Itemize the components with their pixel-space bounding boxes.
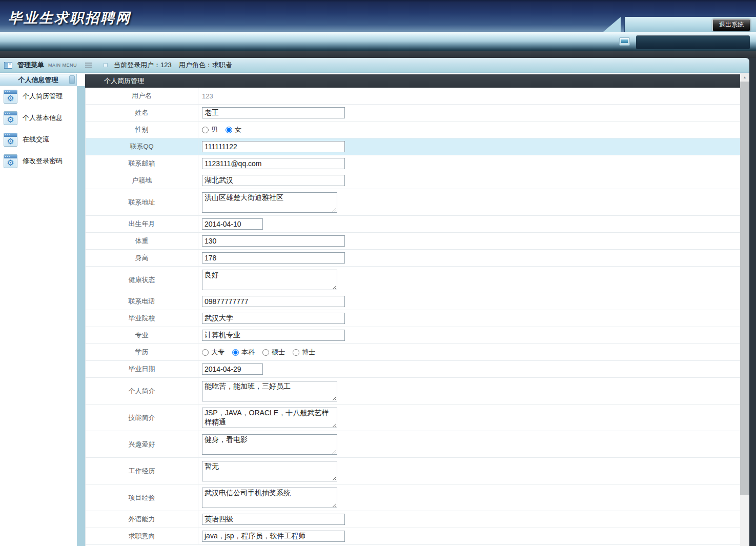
degree-option-1[interactable]: 大专 bbox=[202, 348, 224, 357]
form-row-height: 身高 bbox=[86, 250, 740, 267]
field-label: 毕业日期 bbox=[86, 361, 198, 377]
field-label: 专业 bbox=[86, 327, 198, 343]
monitor-icon bbox=[619, 37, 630, 46]
gender-radio-1[interactable] bbox=[202, 127, 209, 133]
content-panel: 个人简历管理 用户名123姓名性别男女联系QQ联系邮箱户籍地联系地址洪山区雄楚大… bbox=[85, 73, 740, 546]
intention-input[interactable] bbox=[202, 531, 345, 542]
field-label: 健康状态 bbox=[86, 267, 198, 293]
hobby-textarea[interactable]: 健身，看电影 bbox=[202, 434, 337, 455]
radio-label: 本科 bbox=[241, 348, 255, 357]
field-cell bbox=[198, 511, 740, 528]
field-label: 工作经历 bbox=[86, 458, 198, 484]
health-textarea[interactable]: 良好 bbox=[202, 270, 337, 290]
field-cell bbox=[198, 361, 740, 377]
field-cell bbox=[198, 216, 740, 232]
work-textarea[interactable]: 暂无 bbox=[202, 461, 337, 481]
menu-subtitle: MAIN MENU bbox=[48, 63, 77, 68]
username-value: 123 bbox=[202, 92, 213, 100]
sidebar: 个人信息管理 ⚙个人简历管理⚙个人基本信息⚙在线交流⚙修改登录密码 bbox=[0, 73, 77, 546]
graddate-input[interactable] bbox=[202, 363, 263, 375]
degree-option-2[interactable]: 本科 bbox=[232, 348, 255, 357]
sidebar-item-label: 个人基本信息 bbox=[23, 113, 63, 123]
form-row-hobby: 兴趣爱好健身，看电影 bbox=[86, 431, 740, 458]
form-row-username: 用户名123 bbox=[86, 88, 740, 105]
hometown-input[interactable] bbox=[202, 175, 345, 186]
language-input[interactable] bbox=[202, 514, 345, 525]
name-input[interactable] bbox=[202, 107, 345, 118]
project-textarea[interactable]: 武汉电信公司手机抽奖系统 bbox=[202, 488, 337, 508]
gender-option-2[interactable]: 女 bbox=[226, 125, 241, 134]
radio-label: 男 bbox=[211, 125, 218, 134]
menu-title: 管理菜单 bbox=[17, 60, 44, 70]
height-input[interactable] bbox=[202, 252, 345, 264]
major-input[interactable] bbox=[202, 330, 345, 341]
email-input[interactable] bbox=[202, 158, 345, 169]
degree-option-3[interactable]: 硕士 bbox=[262, 348, 285, 357]
field-cell bbox=[198, 310, 740, 327]
form-row-project: 项目经验武汉电信公司手机抽奖系统 bbox=[86, 484, 740, 511]
weight-input[interactable] bbox=[202, 235, 345, 247]
sidebar-strip bbox=[77, 73, 85, 546]
scrollbar[interactable]: ▲ bbox=[740, 73, 749, 546]
sidebar-menu: ⚙个人简历管理⚙个人基本信息⚙在线交流⚙修改登录密码 bbox=[0, 86, 77, 172]
logout-button[interactable]: 退出系统 bbox=[712, 19, 750, 31]
birthdate-input[interactable] bbox=[202, 218, 263, 230]
page: 毕业生求职招聘网 退出系统 管理菜单 MAIN MENU 当前登录用户：123 … bbox=[0, 0, 756, 546]
form-row-gender: 性别男女 bbox=[86, 122, 740, 138]
scroll-thumb[interactable] bbox=[740, 82, 749, 495]
form-row-intro: 个人简介能吃苦，能加班，三好员工 bbox=[86, 378, 740, 405]
field-label: 体重 bbox=[86, 233, 198, 249]
lower-region: 管理菜单 MAIN MENU 当前登录用户：123 用户角色：求职者 个人信息管… bbox=[0, 58, 756, 546]
form-row-work: 工作经历暂无 bbox=[86, 458, 740, 484]
nav-pill bbox=[636, 35, 750, 49]
sidebar-section-header[interactable]: 个人信息管理 bbox=[0, 74, 77, 86]
window-icon bbox=[4, 62, 12, 69]
degree-radio-3[interactable] bbox=[262, 349, 269, 356]
gender-radio-2[interactable] bbox=[226, 127, 232, 133]
bullet-icon bbox=[104, 63, 108, 67]
address-textarea[interactable]: 洪山区雄楚大街迪雅社区 bbox=[202, 192, 337, 213]
form-row-language: 外语能力 bbox=[86, 511, 740, 528]
radio-label: 大专 bbox=[211, 348, 224, 357]
form-row-skills: 技能简介JSP，JAVA，ORACLE，十八般武艺样样精通 bbox=[86, 405, 740, 431]
field-label: 性别 bbox=[86, 122, 198, 138]
current-user-text: 当前登录用户：123 bbox=[114, 60, 172, 70]
degree-radio-4[interactable] bbox=[293, 349, 299, 356]
form-row-health: 健康状态良好 bbox=[86, 267, 740, 293]
intro-textarea[interactable]: 能吃苦，能加班，三好员工 bbox=[202, 381, 337, 401]
gear-icon: ⚙ bbox=[4, 90, 17, 104]
banner-right-panel: 退出系统 bbox=[624, 17, 756, 32]
hamburger-icon[interactable] bbox=[85, 62, 92, 69]
form-row-intention: 求职意向 bbox=[86, 528, 740, 545]
resume-form-table: 用户名123姓名性别男女联系QQ联系邮箱户籍地联系地址洪山区雄楚大街迪雅社区出生… bbox=[85, 88, 740, 546]
qq-input[interactable] bbox=[202, 141, 345, 152]
degree-radio-1[interactable] bbox=[202, 349, 209, 356]
field-label: 项目经验 bbox=[86, 484, 198, 511]
gender-option-1[interactable]: 男 bbox=[202, 125, 218, 134]
field-label: 兴趣爱好 bbox=[86, 431, 198, 457]
scroll-up-button[interactable]: ▲ bbox=[740, 73, 749, 81]
field-label: 户籍地 bbox=[86, 172, 198, 189]
field-cell: 健身，看电影 bbox=[198, 431, 740, 457]
sidebar-item-resume-management[interactable]: ⚙个人简历管理 bbox=[0, 86, 77, 107]
phone-input[interactable] bbox=[202, 296, 345, 307]
field-cell: 大专本科硕士博士 bbox=[198, 344, 740, 360]
field-cell bbox=[198, 327, 740, 343]
field-cell bbox=[198, 155, 740, 172]
form-row-address: 联系地址洪山区雄楚大街迪雅社区 bbox=[86, 189, 740, 216]
form-row-major: 专业 bbox=[86, 327, 740, 344]
degree-radio-2[interactable] bbox=[232, 349, 239, 356]
sidebar-item-label: 在线交流 bbox=[23, 135, 49, 144]
college-input[interactable] bbox=[202, 313, 345, 324]
field-label: 联系地址 bbox=[86, 189, 198, 215]
sidebar-item-change-password[interactable]: ⚙修改登录密码 bbox=[0, 150, 77, 172]
sidebar-item-basic-info[interactable]: ⚙个人基本信息 bbox=[0, 107, 77, 129]
toolbar-band bbox=[0, 32, 756, 51]
sidebar-item-online-communication[interactable]: ⚙在线交流 bbox=[0, 129, 77, 150]
skills-textarea[interactable]: JSP，JAVA，ORACLE，十八般武艺样样精通 bbox=[202, 408, 337, 428]
degree-option-4[interactable]: 博士 bbox=[293, 348, 315, 357]
gear-glyph: ⚙ bbox=[4, 137, 17, 146]
gear-glyph: ⚙ bbox=[4, 115, 17, 125]
divider-strip bbox=[0, 51, 756, 58]
field-cell bbox=[198, 528, 740, 544]
